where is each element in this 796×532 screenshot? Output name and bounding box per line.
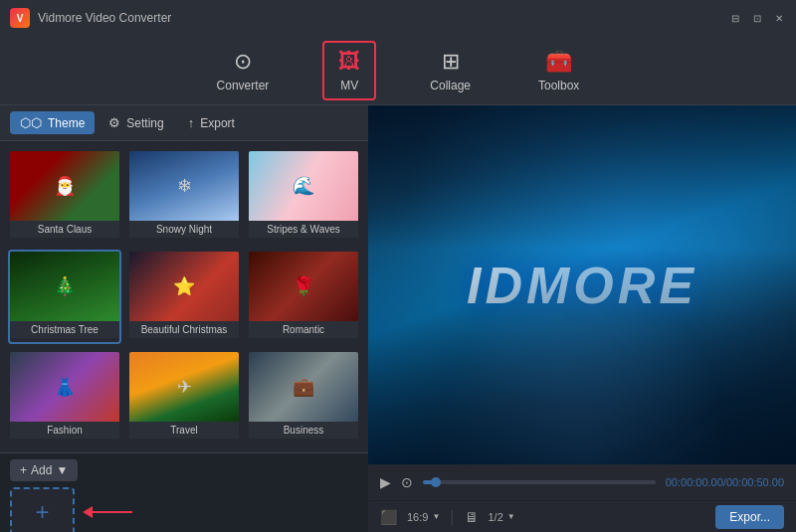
theme-card-snowy[interactable]: ❄Snowy Night xyxy=(127,149,241,244)
bottom-area: + Add ▼ + xyxy=(0,452,368,532)
close-icon[interactable]: ✕ xyxy=(772,11,786,25)
theme-overlay-business: 💼 xyxy=(249,352,358,422)
theme-name-stripes: Stripes & Waves xyxy=(249,221,358,238)
nav-converter[interactable]: ⊙ Converter xyxy=(203,43,284,98)
resolution-dropdown-icon: ▼ xyxy=(507,512,515,521)
resolution-select[interactable]: 1/2 ▼ xyxy=(489,511,515,523)
timeline-strip: + xyxy=(0,487,368,532)
theme-grid: 🎅Santa Claus❄Snowy Night🌊Stripes & Waves… xyxy=(0,141,368,452)
stop-button[interactable]: ⊙ xyxy=(401,474,413,490)
nav-mv-label: MV xyxy=(340,79,358,92)
main-content: ⬡⬡ Theme ⚙ Setting ↑ Export 🎅Santa Claus… xyxy=(0,105,796,532)
export-label: Expor... xyxy=(729,510,770,524)
light-rays xyxy=(433,266,731,464)
ratio-select[interactable]: 16:9 ▼ xyxy=(407,511,440,523)
sub-nav-setting[interactable]: ⚙ Setting xyxy=(99,111,173,134)
app-logo: V xyxy=(10,8,30,28)
ratio-value: 16:9 xyxy=(407,511,428,523)
mv-icon: 🖼 xyxy=(338,49,360,75)
theme-overlay-bchristmas: ⭐ xyxy=(129,252,239,321)
maximize-icon[interactable]: ⊡ xyxy=(750,11,764,25)
theme-thumb-romantic: 🌹 xyxy=(249,252,358,321)
app-title: Vidmore Video Converter xyxy=(38,11,720,25)
theme-card-christmas[interactable]: 🎄Christmas Tree xyxy=(8,250,121,344)
timeline-plus-icon: + xyxy=(35,498,49,526)
sub-nav-theme-label: Theme xyxy=(48,116,85,130)
theme-overlay-christmas: 🎄 xyxy=(10,252,119,321)
theme-card-travel[interactable]: ✈Travel xyxy=(127,350,241,444)
setting-gear-icon: ⚙ xyxy=(108,115,120,130)
theme-name-christmas: Christmas Tree xyxy=(10,321,119,338)
theme-card-romantic[interactable]: 🌹Romantic xyxy=(247,250,360,344)
theme-thumb-christmas: 🎄 xyxy=(10,252,119,321)
theme-name-romantic: Romantic xyxy=(249,321,358,338)
export-icon: ↑ xyxy=(188,115,195,130)
collage-icon: ⊞ xyxy=(442,49,460,75)
nav-toolbox[interactable]: 🧰 Toolbox xyxy=(524,43,593,98)
theme-card-santa[interactable]: 🎅Santa Claus xyxy=(8,149,121,244)
add-plus-icon: + xyxy=(20,463,27,477)
time-display: 00:00:00.00/00:00:50.00 xyxy=(666,476,784,488)
sub-nav: ⬡⬡ Theme ⚙ Setting ↑ Export xyxy=(0,105,368,141)
theme-thumb-travel: ✈ xyxy=(129,352,239,422)
timeline-add-box[interactable]: + xyxy=(10,487,75,532)
nav-collage[interactable]: ⊞ Collage xyxy=(416,43,485,98)
play-button[interactable]: ▶ xyxy=(380,474,391,490)
video-controls: ▶ ⊙ 00:00:00.00/00:00:50.00 xyxy=(368,464,796,500)
sub-nav-theme[interactable]: ⬡⬡ Theme xyxy=(10,111,95,134)
theme-overlay-stripes: 🌊 xyxy=(249,151,358,221)
theme-name-fashion: Fashion xyxy=(10,422,119,439)
monitor-icon: 🖥 xyxy=(465,509,479,525)
arrow-head xyxy=(83,506,93,518)
window-controls: ⊟ ⊡ ✕ xyxy=(728,11,786,25)
add-bar: + Add ▼ xyxy=(0,453,368,487)
video-footer: ⬛ 16:9 ▼ | 🖥 1/2 ▼ Expor... xyxy=(368,500,796,532)
aspect-ratio-icon: ⬛ xyxy=(380,509,397,525)
nav-collage-label: Collage xyxy=(430,79,471,92)
export-button[interactable]: Expor... xyxy=(715,505,784,529)
sub-nav-export-label: Export xyxy=(200,116,235,130)
theme-thumb-santa: 🎅 xyxy=(10,151,119,221)
theme-thumb-snowy: ❄ xyxy=(129,151,239,221)
theme-name-santa: Santa Claus xyxy=(10,221,119,238)
theme-overlay-fashion: 👗 xyxy=(10,352,119,422)
separator: | xyxy=(450,508,454,526)
minimize-icon[interactable]: ⊟ xyxy=(728,11,742,25)
theme-overlay-romantic: 🌹 xyxy=(249,252,358,321)
theme-name-travel: Travel xyxy=(129,422,239,439)
toolbox-icon: 🧰 xyxy=(545,49,572,75)
sub-nav-setting-label: Setting xyxy=(126,116,163,130)
ratio-dropdown-icon: ▼ xyxy=(432,512,440,521)
theme-thumb-business: 💼 xyxy=(249,352,358,422)
theme-card-fashion[interactable]: 👗Fashion xyxy=(8,350,121,444)
theme-card-bchristmas[interactable]: ⭐Beautiful Christmas xyxy=(127,250,241,344)
nav-converter-label: Converter xyxy=(217,79,270,92)
video-preview: IDMORE xyxy=(368,105,796,464)
resolution-value: 1/2 xyxy=(489,511,503,523)
add-button[interactable]: + Add ▼ xyxy=(10,459,78,481)
theme-name-bchristmas: Beautiful Christmas xyxy=(129,321,239,338)
sub-nav-export[interactable]: ↑ Export xyxy=(178,111,245,134)
add-arrow xyxy=(83,506,132,518)
add-label: Add xyxy=(31,463,52,477)
right-panel: IDMORE ▶ ⊙ 00:00:00.00/00:00:50.00 ⬛ 16:… xyxy=(368,105,796,532)
nav-mv[interactable]: 🖼 MV xyxy=(322,41,376,100)
nav-toolbox-label: Toolbox xyxy=(538,79,579,92)
theme-thumb-bchristmas: ⭐ xyxy=(129,252,239,321)
theme-thumb-fashion: 👗 xyxy=(10,352,119,422)
nav-bar: ⊙ Converter 🖼 MV ⊞ Collage 🧰 Toolbox xyxy=(0,36,796,105)
progress-bar[interactable] xyxy=(423,480,656,484)
left-panel: ⬡⬡ Theme ⚙ Setting ↑ Export 🎅Santa Claus… xyxy=(0,105,368,532)
arrow-line xyxy=(93,511,132,513)
theme-name-business: Business xyxy=(249,422,358,439)
theme-card-business[interactable]: 💼Business xyxy=(247,350,360,444)
add-dropdown-icon: ▼ xyxy=(56,463,68,477)
progress-dot xyxy=(431,477,441,487)
theme-name-snowy: Snowy Night xyxy=(129,221,239,238)
theme-overlay-santa: 🎅 xyxy=(10,151,119,221)
theme-card-stripes[interactable]: 🌊Stripes & Waves xyxy=(247,149,360,244)
theme-overlay-travel: ✈ xyxy=(129,352,239,422)
title-bar: V Vidmore Video Converter ⊟ ⊡ ✕ xyxy=(0,0,796,36)
theme-thumb-stripes: 🌊 xyxy=(249,151,358,221)
theme-overlay-snowy: ❄ xyxy=(129,151,239,221)
